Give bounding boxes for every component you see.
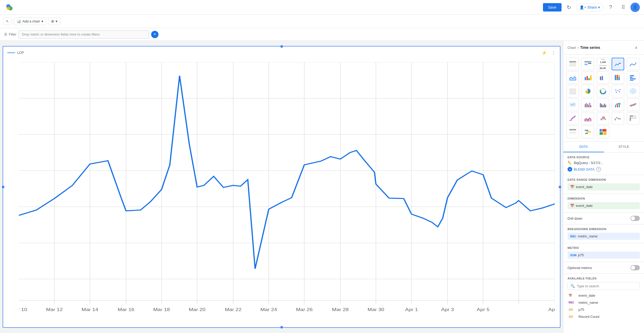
chart-type-waterfall[interactable] xyxy=(612,112,624,125)
svg-point-106 xyxy=(600,118,602,120)
select-tool-button[interactable]: ↖ xyxy=(3,17,12,25)
chart-type-area2[interactable] xyxy=(582,112,594,125)
metric-field[interactable]: SUM p75 xyxy=(568,252,640,259)
svg-point-90 xyxy=(571,104,572,106)
data-source-section: Data source ✏️ BigQuery - 5/17/2... + BL… xyxy=(563,153,644,175)
field-item-p75[interactable]: 123 p75 xyxy=(568,306,640,313)
chart-legend-label: LCP xyxy=(17,51,24,55)
save-button[interactable]: Save xyxy=(543,3,562,11)
date-range-label: Date Range Dimension xyxy=(568,178,640,181)
chart-type-stacked-list[interactable] xyxy=(566,85,579,97)
svg-rect-101 xyxy=(604,104,605,107)
field-name-p75: p75 xyxy=(578,308,584,312)
chart-type-bar[interactable] xyxy=(582,71,594,84)
chart-type-colored-blocks[interactable] xyxy=(597,126,609,138)
chart-type-table-heat[interactable] xyxy=(582,58,594,70)
tab-style[interactable]: STYLE xyxy=(604,142,644,152)
panel-collapse-button[interactable]: ∧ xyxy=(633,44,640,51)
chart-type-combo[interactable] xyxy=(612,98,624,111)
svg-point-83 xyxy=(616,92,617,93)
help-circle-icon[interactable]: ? xyxy=(596,167,601,172)
dimension-section: Dimension 📅 event_date xyxy=(563,194,644,213)
svg-rect-109 xyxy=(615,118,616,120)
svg-rect-72 xyxy=(630,77,633,78)
chart-more-button[interactable]: ⋮ xyxy=(550,49,558,57)
rbc-field-icon: RBC xyxy=(569,301,576,304)
chart-type-donut[interactable] xyxy=(597,85,609,97)
svg-rect-49 xyxy=(569,61,576,62)
filter-icon: ☰ xyxy=(4,32,7,36)
svg-text:Mar 30: Mar 30 xyxy=(368,307,384,312)
chart-type-stacked-bar[interactable] xyxy=(597,71,609,84)
chart-type-grouped-bar[interactable] xyxy=(597,98,609,111)
share-button[interactable]: 👤+ Share ▾ xyxy=(576,3,603,11)
chart-type-scorecard[interactable]: Total 1,168 Sessions 69.3K xyxy=(597,58,609,70)
breakdown-field[interactable]: RBC metric_name xyxy=(568,233,640,240)
search-input[interactable] xyxy=(577,284,637,288)
canvas-area[interactable]: ⚡ ⋮ LCP xyxy=(0,41,563,333)
filter-add-button[interactable]: + xyxy=(151,31,158,38)
resize-handle-top[interactable] xyxy=(280,45,283,48)
chart-type-smooth-line[interactable] xyxy=(627,58,639,70)
chart-type-area[interactable] xyxy=(566,71,579,84)
date-range-field[interactable]: 📅 event_date xyxy=(568,183,640,190)
blend-data-row[interactable]: + BLEND DATA ? xyxy=(568,167,640,172)
refresh-button[interactable]: ↻ xyxy=(564,2,574,13)
chart-type-table[interactable] xyxy=(566,58,579,70)
svg-point-87 xyxy=(619,89,621,90)
dimension-field[interactable]: 📅 event_date xyxy=(568,202,640,209)
toolbar: ↖ 📊 Add a chart ▾ ⊞ ▾ xyxy=(0,15,644,28)
help-button[interactable]: ? xyxy=(605,2,616,13)
field-item-metric-name[interactable]: RBC metric_name xyxy=(568,299,640,306)
app-logo[interactable] xyxy=(4,2,15,13)
chart-container[interactable]: ⚡ ⋮ LCP xyxy=(3,46,560,328)
field-item-event-date[interactable]: 📅 event_date xyxy=(568,292,640,299)
svg-rect-96 xyxy=(589,103,590,107)
chart-lightning-button[interactable]: ⚡ xyxy=(540,49,548,57)
available-fields-label: Available Fields xyxy=(568,277,640,280)
chart-type-time-series[interactable] xyxy=(612,58,624,70)
svg-rect-123 xyxy=(586,131,591,132)
svg-point-91 xyxy=(573,103,575,105)
user-avatar[interactable]: 👤 xyxy=(630,3,640,12)
calendar-field-icon: 📅 xyxy=(569,294,576,297)
controls-button[interactable]: ⊞ ▾ xyxy=(48,17,60,25)
drill-down-toggle[interactable] xyxy=(630,216,640,221)
add-chart-button[interactable]: 📊 Add a chart ▾ xyxy=(14,17,46,25)
filter-label: ☰ Filter xyxy=(4,32,16,36)
chart-type-bubble[interactable] xyxy=(597,112,609,125)
chart-type-100-bar[interactable] xyxy=(612,71,624,84)
chart-type-pivot-table[interactable] xyxy=(627,112,639,125)
svg-rect-112 xyxy=(619,118,621,119)
data-source-row[interactable]: ✏️ BigQuery - 5/17/2... xyxy=(568,161,640,165)
chart-toolbar: ⚡ ⋮ xyxy=(540,49,558,57)
svg-rect-60 xyxy=(588,78,590,80)
chart-type-multi-bar[interactable] xyxy=(582,98,594,111)
svg-rect-51 xyxy=(569,64,576,65)
chart-type-table2[interactable] xyxy=(566,126,579,138)
optional-metrics-toggle[interactable] xyxy=(630,265,640,270)
data-source-name: BigQuery - 5/17/2... xyxy=(574,161,603,165)
apps-button[interactable]: ⠿ xyxy=(618,2,628,13)
svg-text:Mar 24: Mar 24 xyxy=(261,307,277,312)
chart-type-gantt[interactable] xyxy=(582,126,594,138)
field-item-record-count[interactable]: 123 Record Count xyxy=(568,313,640,320)
data-source-label: Data source xyxy=(568,156,640,159)
chart-type-multi-line[interactable] xyxy=(627,98,639,111)
svg-rect-103 xyxy=(615,105,616,107)
filter-drop-zone[interactable]: Drop metric or dimension fields here to … xyxy=(19,30,149,39)
chart-type-horizontal-bar[interactable] xyxy=(627,71,639,84)
chevron-down-icon: ▾ xyxy=(56,19,57,23)
chart-type-pie[interactable] xyxy=(582,85,594,97)
breadcrumb-separator: › xyxy=(577,45,579,50)
svg-rect-126 xyxy=(602,129,606,132)
chart-type-map[interactable] xyxy=(627,85,639,97)
chart-type-scatter[interactable] xyxy=(612,85,624,97)
tab-data[interactable]: DATA xyxy=(563,142,604,152)
chart-type-geo-map[interactable] xyxy=(566,98,579,111)
panel-header: Chart › Time series ∧ xyxy=(563,41,644,55)
svg-rect-102 xyxy=(605,105,606,107)
chart-type-stepped[interactable] xyxy=(566,112,579,125)
filter-drop-text: Drop metric or dimension fields here to … xyxy=(22,32,100,36)
chart-svg-container: 4K 3.8K 3.6K 3.4K 3.2K 3K 2.8K 2.6K Mar … xyxy=(3,60,560,327)
